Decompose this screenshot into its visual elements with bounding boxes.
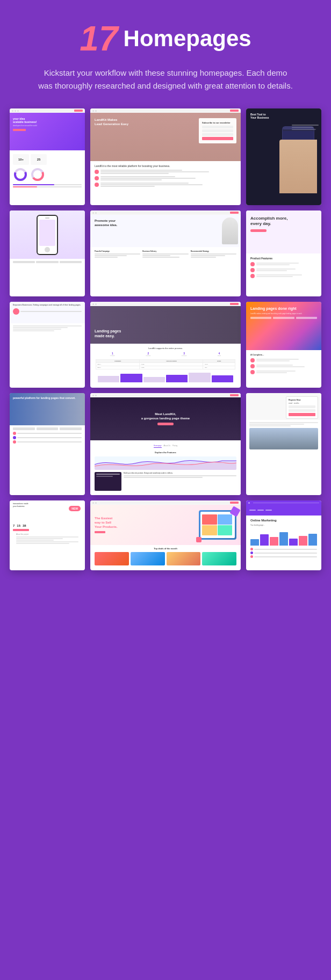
pf-line [256,274,302,275]
screenshot-card-new: NEW transactions madeyour business 7 15 … [10,500,85,570]
product-card-4 [202,552,236,565]
nav-line [100,111,229,111]
bar-6 [299,536,307,546]
logos-row [13,427,82,430]
done-right-features [250,358,317,374]
footer-line [96,474,120,475]
progress-bar-2 [13,186,82,187]
form-submit-btn [202,137,233,140]
email-body-lines [249,422,318,426]
tablet-item [202,525,217,535]
sell-hero: The Easiestway to SellYour Products. [90,505,241,545]
card2-hero-text: LandKit MakesLead Generation Easy [95,118,199,127]
nav-btn [230,502,239,504]
meet-body-title: Explore the Features [95,451,236,454]
accomplish-body: Product Features [246,253,321,281]
tablet-content [202,514,233,535]
product-cards [95,552,236,565]
card3-bg: Best Tool toYour Business [246,108,321,205]
screenshot-card-accomplish: Accomplish more,every day. Product Featu… [246,210,321,296]
feature-lines-1 [100,170,236,175]
number-badge: 17 [80,21,118,56]
new-hero: transactions madeyour business [10,500,85,522]
dr-pf-icon-2 [250,364,255,368]
done-right-title: Landing pages done right [250,306,317,311]
nav-item [265,510,272,511]
page-header: 17 Homepages Kickstart your workflow wit… [0,0,331,108]
page-title: Homepages [124,26,251,52]
feature-line [100,183,189,184]
sell-body-title: Top deals of the month [95,547,236,550]
about-section: About this project [13,531,82,546]
bar-1 [250,539,259,546]
donut-chart-1 [13,167,28,182]
easy-hero: Landing pagesmade easy. [90,306,241,344]
logo-salesforce [60,427,82,430]
feature-icon-1 [95,170,99,174]
stat-label-3: Customize [182,355,186,356]
progress-fill [13,186,37,187]
stat-label-1: Campaign [110,355,115,356]
feature-row [13,436,82,439]
logo-tesla [13,427,35,430]
screenshot-card-online: Online Marketing Your landing page... [246,500,321,570]
nav-dot [95,395,97,396]
screenshot-card-campaign: Empowers Businesses. Setting campaigns a… [10,302,85,388]
line [13,325,82,326]
feature-line [100,176,175,177]
powerful-body [10,425,85,446]
promote-hero: Promote yourawesome idea. [90,215,241,247]
pf-line [256,372,287,373]
nav-dot [92,502,94,504]
progress-bar-1 [13,184,82,185]
phone-mockup [37,215,58,255]
nav-dot [15,110,16,112]
mock-nav-meet [90,393,241,397]
number-7: 7 [13,524,15,527]
stat-number-1: 10+ [18,158,24,161]
stat-2: 25 [31,154,47,165]
screenshot-card-promote: Promote yourawesome idea. Powerful Campa… [90,210,241,296]
stat-publish: 4 Publish [218,352,221,356]
product-card-2 [131,552,165,565]
mock-nav-1 [10,108,85,113]
sell-title: The Easiestway to SellYour Products. [95,517,197,529]
tablet-item [218,525,233,535]
nav-dot [12,110,13,112]
mock-nav-2 [90,108,241,113]
feature-row [13,432,82,435]
logo-mock [36,261,58,263]
card1-title: your ideascalable business! [13,117,82,124]
campaign-icon [13,308,19,315]
process-stats: 1 Campaign 2 Templates 3 Customize 4 Pub… [95,352,236,356]
nav-btn [74,110,83,112]
donut-charts [13,167,82,182]
bar-4 [279,532,288,546]
stat-label-2: Templates [146,355,150,356]
screenshot-card-easy: Landing pagesmade easy. LandKit supports… [90,302,241,388]
nav-btn [230,110,239,112]
sell-tablet-screen [200,512,235,538]
table-cell: +8% [203,366,235,369]
feature-dot [13,436,16,439]
line [249,422,318,423]
pf-row-1 [250,262,317,266]
page-subtitle: Kickstart your workflow with these stunn… [37,67,294,92]
feature-col-2: Business Delivery [142,250,188,258]
feature-lines-2 [100,176,236,181]
card3-hand [279,140,317,193]
feature-icon-3 [95,183,99,187]
form-input-1 [202,126,233,128]
bar-3 [270,537,278,546]
feature-row-1 [95,170,236,175]
stat-campaign: 1 Campaign [110,352,115,356]
screenshot-card-email: Register Now email · months [246,393,321,495]
stat-label-4: Publish [218,355,221,356]
feature-line [100,173,169,174]
feature-item-2 [250,551,317,554]
line [13,330,54,331]
feature-col-title-1: Powerful Campaign [95,250,140,252]
screenshot-card-meet: Meet LandKit,a gorgeous landing page the… [90,393,241,495]
pf-line [256,276,293,277]
feature-line [17,437,82,438]
